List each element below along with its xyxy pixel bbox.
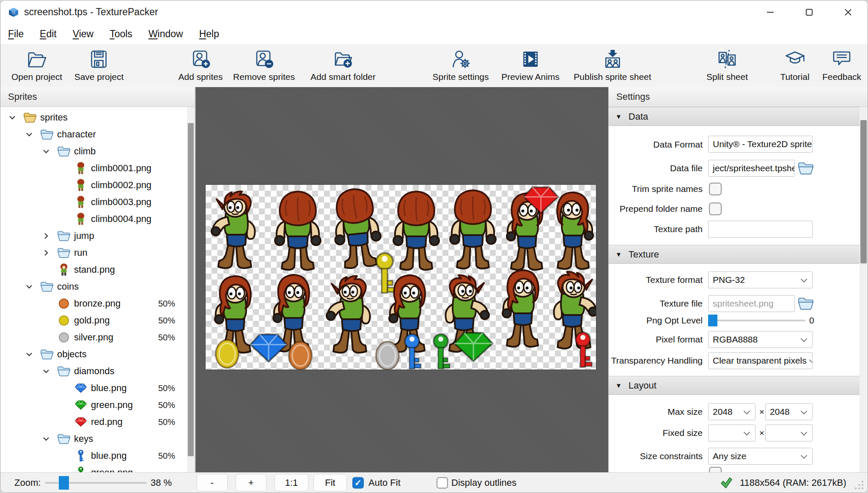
trim-sprite-names-checkbox[interactable]: [709, 183, 722, 195]
maximize-button[interactable]: [790, 0, 829, 24]
menu-edit[interactable]: Edit: [40, 26, 64, 42]
tree-row-key-blue[interactable]: blue.png 50%: [0, 447, 186, 464]
minimize-button[interactable]: [751, 0, 790, 24]
section-data[interactable]: ▼ Data: [609, 107, 861, 126]
prepend-folder-name-checkbox[interactable]: [709, 203, 722, 215]
app-icon[interactable]: TP: [8, 7, 19, 18]
menu-view[interactable]: View: [73, 26, 101, 42]
tree-row-diamond-red[interactable]: red.png 50%: [0, 414, 186, 430]
feedback-button[interactable]: Feedback: [822, 49, 861, 82]
slider-track[interactable]: [708, 320, 805, 321]
texture-file-input[interactable]: spritesheet.png: [708, 295, 795, 312]
publish-sprite-sheet-button[interactable]: Publish sprite sheet: [574, 49, 651, 82]
zoom-slider-handle[interactable]: [59, 476, 69, 490]
chevron-down-icon[interactable]: [38, 149, 55, 154]
zoom-1-1-button[interactable]: 1:1: [275, 474, 308, 491]
clipped-checkbox[interactable]: [709, 467, 722, 472]
auto-fit-checkbox[interactable]: [352, 477, 364, 488]
preview-anims-button[interactable]: Preview Anims: [501, 49, 560, 82]
zoom-in-button[interactable]: +: [236, 474, 266, 491]
close-button[interactable]: [829, 0, 868, 24]
menu-window[interactable]: Window: [148, 26, 191, 42]
section-layout[interactable]: ▼ Layout: [609, 376, 861, 395]
tree-row-climb[interactable]: climb: [0, 143, 186, 160]
tree-row-diamond-blue[interactable]: blue.png 50%: [0, 380, 186, 397]
tree-row-bronze[interactable]: bronze.png 50%: [0, 295, 186, 312]
sprites-scrollbar[interactable]: [187, 107, 195, 472]
save-project-icon: [89, 49, 109, 69]
size-constraints-dropdown[interactable]: Any size: [708, 448, 813, 465]
transparency-handling-dropdown[interactable]: Clear transparent pixels: [708, 352, 813, 369]
menu-help[interactable]: Help: [199, 26, 227, 42]
sprite-settings-button[interactable]: Sprite settings: [432, 49, 489, 82]
chevron-down-icon[interactable]: [21, 285, 38, 289]
scale-badge: 50%: [158, 417, 175, 427]
display-outlines-checkbox[interactable]: [437, 477, 448, 488]
pixel-format-dropdown[interactable]: RGBA8888: [708, 331, 813, 348]
open-project-button[interactable]: Open project: [11, 49, 62, 82]
tree-row-keys[interactable]: keys: [0, 430, 186, 447]
sprite-thumb-icon: [71, 196, 90, 208]
texture-format-label: Texture format: [608, 275, 703, 285]
texture-format-dropdown[interactable]: PNG-32: [708, 271, 813, 288]
save-project-button[interactable]: Save project: [74, 49, 124, 82]
add-smart-folder-button[interactable]: Add smart folder: [310, 49, 376, 82]
tree-row-character[interactable]: character: [0, 126, 186, 143]
tree-row-diamond-green[interactable]: green.png 50%: [0, 397, 186, 414]
slider-handle[interactable]: [708, 315, 717, 326]
close-icon: [844, 8, 852, 16]
add-sprites-button[interactable]: Add sprites: [178, 49, 222, 82]
fixed-size-height-dropdown[interactable]: [765, 425, 813, 441]
fixed-size-width-dropdown[interactable]: [708, 425, 755, 441]
zoom-out-button[interactable]: -: [197, 474, 228, 491]
tree-row-run[interactable]: run: [0, 244, 186, 261]
tree-row-diamonds[interactable]: diamonds: [0, 363, 186, 380]
sprites-scrollbar-thumb[interactable]: [188, 123, 194, 456]
section-texture[interactable]: ▼ Texture: [609, 245, 861, 264]
tree-row-sprites[interactable]: sprites: [0, 109, 186, 126]
max-size-height-dropdown[interactable]: 2048: [765, 403, 813, 420]
menu-file[interactable]: File: [8, 26, 31, 42]
texture-file-browse-button[interactable]: [796, 295, 816, 312]
tree-row-gold[interactable]: gold.png 50%: [0, 312, 186, 329]
tree-row-coins[interactable]: coins: [0, 278, 186, 295]
sprite-sheet-preview: [206, 185, 596, 370]
data-format-field[interactable]: Unity® - Texture2D sprite s: [708, 136, 813, 153]
chevron-down-icon[interactable]: [38, 369, 55, 374]
chevron-down-icon: [801, 452, 808, 459]
remove-sprites-button[interactable]: Remove sprites: [233, 49, 295, 82]
data-file-browse-button[interactable]: [796, 160, 816, 177]
chevron-down-icon[interactable]: [4, 115, 21, 120]
menu-bar: File Edit View Tools Window Help: [0, 24, 868, 44]
chevron-down-icon[interactable]: [38, 437, 55, 441]
resize-grip[interactable]: [853, 479, 864, 490]
texture-path-input[interactable]: [708, 221, 813, 238]
tree-row-climb0003[interactable]: climb0003.png: [0, 194, 186, 211]
data-file-input[interactable]: ject/spritesheet.tpsheet: [708, 160, 795, 177]
split-sheet-button[interactable]: Split sheet: [706, 49, 748, 82]
auto-fit-label[interactable]: Auto Fit: [368, 477, 401, 488]
tree-row-climb0004[interactable]: climb0004.png: [0, 211, 186, 227]
settings-scrollbar[interactable]: [860, 107, 868, 472]
tree-row-objects[interactable]: objects: [0, 346, 186, 363]
chevron-down-icon[interactable]: [21, 132, 38, 137]
max-size-width-dropdown[interactable]: 2048: [708, 403, 755, 420]
png-opt-level-slider[interactable]: [708, 314, 805, 327]
canvas-viewport[interactable]: [195, 87, 608, 472]
chevron-right-icon[interactable]: [38, 233, 55, 239]
menu-tools[interactable]: Tools: [110, 26, 140, 42]
tree-row-climb0001[interactable]: climb0001.png: [0, 160, 186, 177]
chevron-right-icon[interactable]: [38, 249, 55, 256]
fit-button[interactable]: Fit: [313, 474, 347, 491]
tree-row-climb0002[interactable]: climb0002.png: [0, 177, 186, 194]
add-sprites-icon: [190, 49, 211, 69]
tree-row-silver[interactable]: silver.png 50%: [0, 329, 186, 346]
tree-row-jump[interactable]: jump: [0, 227, 186, 244]
tutorial-button[interactable]: Tutorial: [780, 49, 809, 82]
tree-row-stand[interactable]: stand.png: [0, 261, 186, 278]
display-outlines-label[interactable]: Display outlines: [451, 477, 516, 488]
chevron-down-icon[interactable]: [21, 352, 38, 357]
tree-row-key-green[interactable]: green.png: [0, 464, 186, 472]
settings-scrollbar-thumb[interactable]: [860, 120, 867, 263]
sheet-size-status: 1188x564 (RAM: 2617kB): [740, 477, 846, 488]
